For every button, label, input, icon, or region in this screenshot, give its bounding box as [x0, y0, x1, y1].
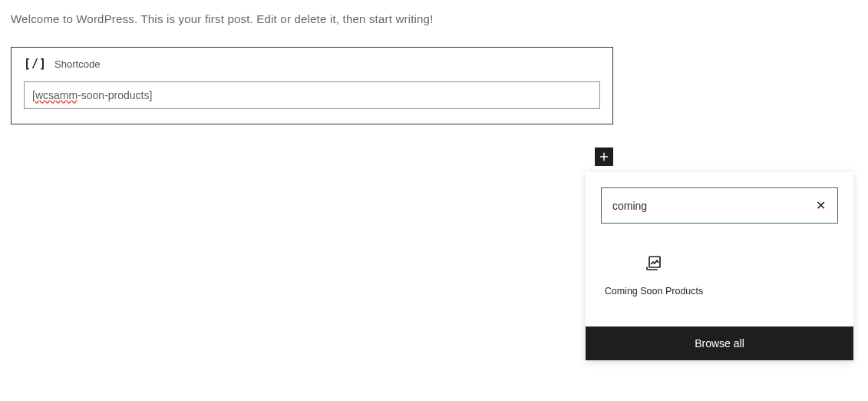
clear-search-button[interactable]: ✕ — [810, 195, 831, 217]
shortcode-value-spellcheck: wcsamm — [35, 89, 78, 101]
shortcode-header: [/] Shortcode — [24, 57, 600, 71]
block-result-label: Coming Soon Products — [605, 285, 704, 297]
shortcode-label: Shortcode — [54, 58, 100, 70]
block-search-input[interactable] — [602, 188, 837, 223]
shortcode-value-suffix: -soon-products] — [78, 89, 152, 101]
shortcode-icon: [/] — [24, 57, 47, 71]
gallery-icon — [645, 254, 663, 276]
close-icon: ✕ — [816, 198, 826, 213]
plus-icon — [597, 150, 611, 164]
add-block-button[interactable] — [595, 147, 613, 166]
shortcode-input[interactable]: [wcsamm-soon-products] — [24, 81, 600, 109]
block-inserter-popover: ✕ Coming Soon Products Browse all — [586, 172, 853, 360]
shortcode-block[interactable]: [/] Shortcode [wcsamm-soon-products] — [11, 47, 613, 124]
welcome-paragraph[interactable]: Welcome to WordPress. This is your first… — [11, 12, 434, 25]
search-container: ✕ — [601, 187, 838, 224]
search-results: Coming Soon Products — [586, 239, 853, 326]
browse-all-button[interactable]: Browse all — [586, 326, 853, 360]
browse-all-label: Browse all — [695, 337, 744, 350]
block-result-coming-soon-products[interactable]: Coming Soon Products — [604, 247, 704, 305]
search-wrap: ✕ — [586, 172, 853, 239]
